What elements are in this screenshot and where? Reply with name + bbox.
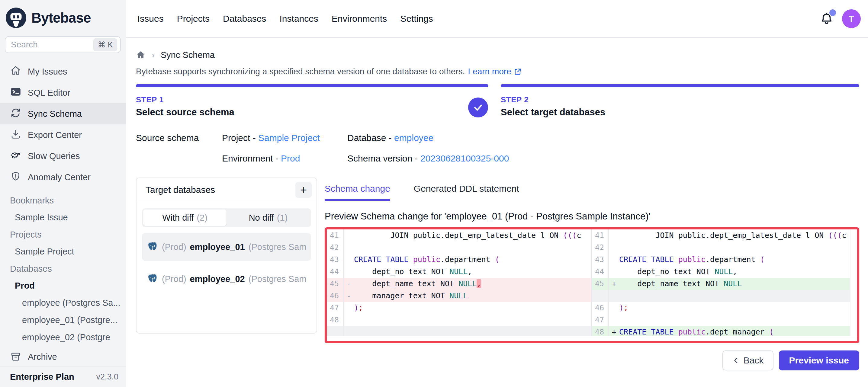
tree-item-employee-01-postgre[interactable]: employee_01 (Postgre... <box>0 312 126 329</box>
diff-scrollbar-gutter[interactable] <box>850 229 857 336</box>
diff-row <box>592 290 857 302</box>
nav-item-instances[interactable]: Instances <box>280 13 318 24</box>
sidebar-item-label: Sync Schema <box>28 109 82 119</box>
bytebase-logo[interactable]: Bytebase <box>0 0 126 32</box>
diff-row: 42 <box>592 241 857 254</box>
target-databases-panel: Target databases + With diff(2)No diff(1… <box>136 178 317 333</box>
learn-more-link[interactable]: Learn more <box>468 67 522 76</box>
diff-row <box>327 326 591 336</box>
diff-marker <box>344 302 354 314</box>
line-number <box>327 326 344 336</box>
segment-with-diff[interactable]: With diff(2) <box>143 209 226 226</box>
tab-schema-change[interactable]: Schema change <box>325 184 390 201</box>
sidebar-item-label: Export Center <box>28 130 82 140</box>
avatar[interactable]: T <box>842 9 861 28</box>
line-number: 41 <box>592 229 609 241</box>
nav-item-settings[interactable]: Settings <box>400 13 433 24</box>
breadcrumb: › Sync Schema <box>136 50 859 60</box>
diff-row: 47); <box>327 302 591 314</box>
search-box[interactable]: ⌘ K <box>5 36 121 53</box>
diff-pane-target[interactable]: 41 JOIN public.dept_emp_latest_date l ON… <box>592 229 857 336</box>
diff-row: 42 <box>327 241 591 254</box>
diff-marker: + <box>609 326 619 336</box>
intro-text: Bytebase supports synchronizing a specif… <box>136 67 859 76</box>
target-db-row-employee-01[interactable]: (Prod)employee_01(Postgres Sampl... <box>142 233 311 261</box>
unread-dot <box>829 9 836 16</box>
download-icon <box>10 129 21 141</box>
source-schema-label: Source schema <box>136 133 222 143</box>
sidebar-item-export-center[interactable]: Export Center <box>0 124 126 146</box>
step-2-progress-bar <box>501 84 859 87</box>
schema-version-link[interactable]: 20230628100325-000 <box>421 153 509 163</box>
environment-link[interactable]: Prod <box>281 153 300 163</box>
sidebar-item-slow-queries[interactable]: Slow Queries <box>0 146 126 167</box>
line-number: 48 <box>327 314 344 326</box>
line-number: 45 <box>327 278 344 290</box>
learn-more-label: Learn more <box>468 67 511 76</box>
archive-label: Archive <box>28 352 57 362</box>
tree-item-employee-postgres-sa[interactable]: employee (Postgres Sa... <box>0 294 126 312</box>
segment-label: No diff <box>249 213 274 223</box>
field-project: Project - Sample Project <box>222 133 347 143</box>
segment-no-diff[interactable]: No diff(1) <box>226 209 310 226</box>
line-number: 44 <box>327 266 344 278</box>
target-db-row-employee-02[interactable]: (Prod)employee_02(Postgres Samp... <box>142 265 311 293</box>
sidebar-item-anomaly-center[interactable]: Anomaly Center <box>0 167 126 188</box>
notifications-button[interactable] <box>820 12 834 26</box>
tree-item-sample-issue[interactable]: Sample Issue <box>0 209 126 226</box>
tree-item-sample-project[interactable]: Sample Project <box>0 243 126 260</box>
database-link[interactable]: employee <box>394 133 433 143</box>
code-line: ); <box>619 302 857 314</box>
tree-item-employee-02-postgre[interactable]: employee_02 (Postgre <box>0 329 126 346</box>
section-title-databases: Databases <box>0 260 126 277</box>
sidebar-item-sql-editor[interactable]: SQL Editor <box>0 82 126 103</box>
bytebase-logo-icon <box>5 7 27 29</box>
nav-item-projects[interactable]: Projects <box>177 13 210 24</box>
preview-section: Schema changeGenerated DDL statement Pre… <box>325 178 859 370</box>
diff-marker <box>609 254 619 266</box>
add-target-database-button[interactable]: + <box>296 182 312 198</box>
nav-item-databases[interactable]: Databases <box>223 13 266 24</box>
terminal-icon <box>10 86 21 99</box>
preview-title: Preview Schema change for 'employee_01 (… <box>325 211 859 222</box>
code-line <box>354 314 591 326</box>
search-input[interactable] <box>11 40 93 50</box>
nav-item-issues[interactable]: Issues <box>137 13 164 24</box>
sidebar-menu: My IssuesSQL EditorSync SchemaExport Cen… <box>0 61 126 188</box>
tree-item-prod[interactable]: Prod <box>0 277 126 294</box>
turtle-icon <box>10 150 21 163</box>
sidebar-item-archive[interactable]: Archive <box>0 348 126 366</box>
diff-row: 46); <box>592 302 857 314</box>
code-line: ); <box>354 302 591 314</box>
sidebar-item-label: Anomaly Center <box>28 172 91 182</box>
diff-row: 45- dept_name text NOT NULL, <box>327 278 591 290</box>
field-environment: Environment - Prod <box>222 153 347 164</box>
target-database-list: (Prod)employee_01(Postgres Sampl...(Prod… <box>136 227 316 293</box>
section-title-projects: Projects <box>0 226 126 243</box>
code-line: manager text NOT NULL <box>354 290 591 302</box>
sidebar-item-my-issues[interactable]: My Issues <box>0 61 126 82</box>
diff-pane-source[interactable]: 41 JOIN public.dept_emp_latest_date l ON… <box>327 229 592 336</box>
code-line: CREATE TABLE public.dept_manager ( <box>619 326 857 336</box>
tab-generated-ddl-statement[interactable]: Generated DDL statement <box>414 184 519 201</box>
sidebar-item-sync-schema[interactable]: Sync Schema <box>0 103 126 124</box>
sidebar-item-label: Slow Queries <box>28 151 80 161</box>
diff-marker <box>344 266 354 278</box>
diff-horizontal-scrollbar[interactable] <box>327 336 857 341</box>
preview-issue-button[interactable]: Preview issue <box>779 351 859 370</box>
home-icon[interactable] <box>136 50 146 60</box>
line-number: 43 <box>327 254 344 266</box>
home-icon <box>10 65 21 78</box>
sidebar-sections: BookmarksSample IssueProjectsSample Proj… <box>0 192 126 348</box>
line-number: 42 <box>592 241 609 254</box>
nav-item-environments[interactable]: Environments <box>332 13 387 24</box>
intro-description: Bytebase supports synchronizing a specif… <box>136 67 465 76</box>
step-1-done-badge <box>468 97 488 118</box>
plan-version: v2.3.0 <box>96 372 118 382</box>
project-link[interactable]: Sample Project <box>258 133 319 143</box>
step-2-block: STEP 2 Select target databases <box>501 84 859 118</box>
line-number <box>592 290 609 302</box>
back-button[interactable]: Back <box>722 351 773 370</box>
code-line: JOIN public.dept_emp_latest_date l ON ((… <box>619 229 857 241</box>
step-2-title: Select target databases <box>501 107 859 118</box>
